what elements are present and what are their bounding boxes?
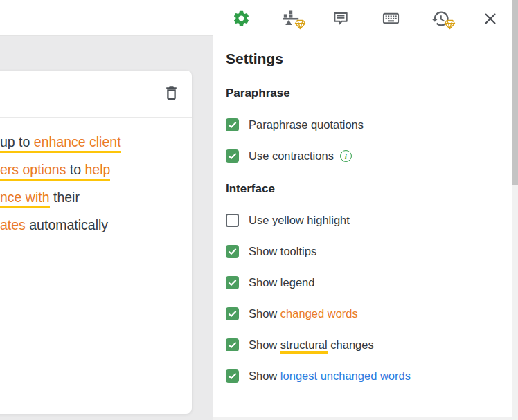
trash-icon bbox=[163, 93, 180, 104]
text-segment: to bbox=[70, 162, 85, 181]
checkbox[interactable] bbox=[226, 214, 239, 227]
settings-sections: ParaphraseParaphrase quotationsUse contr… bbox=[226, 86, 504, 383]
panel-toolbar bbox=[213, 0, 518, 39]
text-segment: ates bbox=[0, 217, 26, 232]
scrollbar-thumb[interactable] bbox=[512, 0, 518, 185]
setting-row[interactable]: Show longest unchanged words bbox=[226, 369, 504, 383]
setting-label: Show tooltips bbox=[249, 245, 316, 258]
setting-label: Use yellow highlight bbox=[249, 214, 350, 227]
keyboard-shortcuts-button[interactable] bbox=[381, 10, 400, 29]
compare-modes-button[interactable] bbox=[281, 10, 301, 29]
label-segment: Show bbox=[249, 307, 280, 320]
checkbox[interactable] bbox=[226, 276, 239, 289]
settings-button[interactable] bbox=[231, 10, 251, 29]
setting-row[interactable]: Show changed words bbox=[226, 307, 504, 320]
text-segment: nce with bbox=[0, 190, 50, 208]
setting-label: Show changed words bbox=[249, 307, 358, 320]
info-icon[interactable]: i bbox=[340, 150, 352, 162]
paraphrase-result-card: up to enhance clienters options to helpn… bbox=[0, 71, 192, 414]
close-button[interactable] bbox=[481, 10, 500, 29]
label-segment: Show tooltips bbox=[249, 245, 316, 257]
setting-row[interactable]: Show legend bbox=[226, 276, 504, 289]
checkbox[interactable] bbox=[226, 338, 239, 351]
checkbox[interactable] bbox=[226, 149, 239, 163]
document-line: nce with their bbox=[0, 183, 192, 211]
text-segment: up to bbox=[0, 134, 34, 153]
label-segment: Show bbox=[249, 369, 280, 382]
text-segment: automatically bbox=[26, 217, 108, 232]
setting-label: Use contractions bbox=[249, 149, 334, 163]
text-segment: their bbox=[50, 190, 80, 205]
document-line: up to enhance client bbox=[0, 128, 192, 156]
checkbox[interactable] bbox=[226, 245, 239, 258]
document-line: ers options to help bbox=[0, 156, 192, 183]
checkbox[interactable] bbox=[226, 118, 239, 131]
setting-label: Show structural changes bbox=[249, 338, 374, 351]
label-segment: Use yellow highlight bbox=[249, 214, 350, 226]
setting-label: Paraphrase quotations bbox=[249, 118, 364, 131]
feedback-button[interactable] bbox=[331, 10, 350, 29]
checkbox[interactable] bbox=[226, 369, 239, 383]
setting-label: Show legend bbox=[249, 276, 314, 289]
setting-row[interactable]: Paraphrase quotations bbox=[226, 118, 504, 131]
label-segment: changed words bbox=[280, 307, 358, 320]
text-segment: ers options bbox=[0, 162, 70, 181]
editor-region: up to enhance clienters options to helpn… bbox=[0, 0, 213, 420]
editor-topbar bbox=[0, 0, 213, 36]
setting-row[interactable]: Use contractionsi bbox=[226, 149, 504, 163]
history-button[interactable] bbox=[431, 10, 450, 29]
panel-bottom-divider bbox=[213, 417, 513, 420]
paraphrased-text[interactable]: up to enhance clienters options to helpn… bbox=[0, 118, 192, 239]
close-icon bbox=[482, 10, 499, 29]
label-segment: structural bbox=[280, 338, 328, 354]
label-segment: Paraphrase quotations bbox=[249, 118, 364, 131]
document-line: ates automatically bbox=[0, 211, 192, 239]
setting-row[interactable]: Use yellow highlight bbox=[226, 214, 504, 227]
text-segment: help bbox=[85, 162, 111, 181]
delete-button[interactable] bbox=[161, 84, 181, 104]
gear-icon bbox=[232, 9, 251, 30]
label-segment: Show legend bbox=[249, 276, 314, 289]
section-heading: Paraphrase bbox=[226, 86, 504, 100]
text-segment: enhance client bbox=[34, 134, 121, 153]
label-segment: longest unchanged words bbox=[280, 369, 411, 382]
setting-row[interactable]: Show structural changes bbox=[226, 338, 504, 351]
premium-diamond-icon bbox=[294, 19, 306, 32]
result-card-header bbox=[0, 71, 192, 118]
scrollbar-track[interactable] bbox=[512, 0, 518, 420]
comment-icon bbox=[332, 10, 350, 30]
panel-title: Settings bbox=[226, 51, 504, 67]
setting-row[interactable]: Show tooltips bbox=[226, 245, 504, 258]
label-segment: changes bbox=[328, 338, 374, 351]
premium-diamond-icon bbox=[444, 19, 456, 32]
keyboard-icon bbox=[382, 9, 400, 30]
settings-panel: Settings ParaphraseParaphrase quotations… bbox=[213, 0, 518, 420]
settings-content: Settings ParaphraseParaphrase quotations… bbox=[213, 39, 518, 383]
label-segment: Use contractions bbox=[249, 149, 334, 162]
label-segment: Show bbox=[249, 338, 280, 351]
section-heading: Interface bbox=[226, 182, 504, 196]
setting-label: Show longest unchanged words bbox=[249, 369, 411, 383]
checkbox[interactable] bbox=[226, 307, 239, 320]
